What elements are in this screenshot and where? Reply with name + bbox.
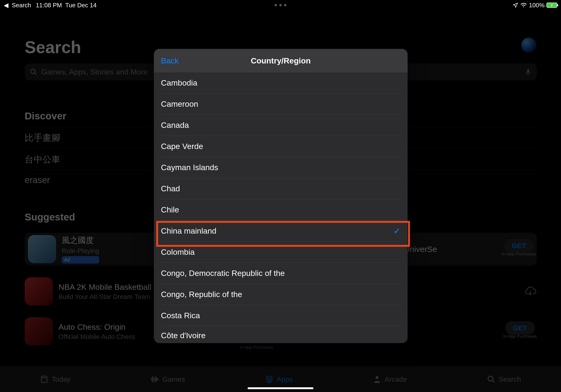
suggested-title: Suggested <box>25 211 75 223</box>
iap-label: In-App Purchases <box>240 345 273 350</box>
app-icon <box>25 277 53 305</box>
country-label: Côte d'Ivoire <box>161 331 205 340</box>
country-item[interactable]: Cambodia <box>161 72 400 94</box>
country-label: China mainland <box>161 226 216 236</box>
back-button[interactable]: Back <box>161 56 179 65</box>
country-item-selected[interactable]: China mainland✓ <box>161 220 400 242</box>
country-label: Cape Verde <box>161 142 203 151</box>
app-subtitle: Build Your All-Star Dream Team <box>58 293 151 301</box>
get-button[interactable]: GET <box>505 321 535 335</box>
country-label: Cayman Islands <box>161 163 218 172</box>
svg-rect-3 <box>41 376 47 382</box>
svg-point-5 <box>376 376 378 379</box>
country-label: Chile <box>161 205 179 214</box>
modal-title: Country/Region <box>251 56 311 65</box>
account-avatar[interactable] <box>521 38 536 53</box>
country-item[interactable]: Cameroon <box>161 94 400 115</box>
svg-point-6 <box>488 376 493 381</box>
home-indicator[interactable] <box>248 387 313 389</box>
country-label: Colombia <box>161 248 195 257</box>
country-label: Canada <box>161 120 189 130</box>
country-item[interactable]: Canada <box>161 115 400 136</box>
iap-label: In-App Purchases <box>502 252 536 257</box>
get-button[interactable]: GET <box>504 239 534 252</box>
page-title: Search <box>25 38 81 57</box>
iap-label: In-App Purchases <box>503 334 537 339</box>
search-icon <box>30 68 37 76</box>
tab-label: Apps <box>277 375 293 383</box>
tab-label: Today <box>52 375 70 383</box>
country-label: Costa Rica <box>161 311 200 320</box>
discover-title: Discover <box>25 110 66 122</box>
app-name: NBA 2K Mobile Basketball <box>58 283 151 292</box>
tab-label: Search <box>499 375 521 383</box>
svg-line-1 <box>34 73 36 75</box>
mic-icon[interactable] <box>525 68 532 76</box>
tab-arcade[interactable]: Arcade <box>373 375 407 383</box>
country-label: Congo, Republic of the <box>161 290 242 299</box>
app-icon <box>25 317 53 346</box>
suggested-app-right[interactable]: UniverSe GET In-App Purchases <box>404 233 536 266</box>
tab-today[interactable]: Today <box>40 375 70 383</box>
tab-label: Arcade <box>385 375 407 383</box>
app-name: Auto Chess: Origin <box>58 322 135 332</box>
country-item[interactable]: Chad <box>161 178 400 199</box>
modal-header: Back Country/Region <box>154 49 408 72</box>
country-region-modal: Back Country/Region Cambodia Cameroon Ca… <box>154 49 408 343</box>
app-subtitle: Role-Playing <box>62 247 99 255</box>
country-item[interactable]: Côte d'Ivoire <box>161 326 400 343</box>
country-item[interactable]: Costa Rica <box>161 305 400 326</box>
tab-apps[interactable]: Apps <box>265 375 293 383</box>
tab-search[interactable]: Search <box>487 375 521 383</box>
country-item[interactable]: Colombia <box>161 242 400 263</box>
country-item[interactable]: Chile <box>161 199 400 220</box>
country-label: Cameroon <box>161 99 198 109</box>
tab-games[interactable]: Games <box>151 375 185 383</box>
tab-label: Games <box>162 375 185 383</box>
svg-point-0 <box>31 69 35 74</box>
country-item[interactable]: Congo, Republic of the <box>161 284 400 305</box>
svg-rect-2 <box>527 69 529 73</box>
country-label: Congo, Democratic Republic of the <box>161 269 285 278</box>
checkmark-icon: ✓ <box>393 226 400 236</box>
ad-badge: Ad <box>62 256 99 263</box>
country-item[interactable]: Cape Verde <box>161 136 400 157</box>
country-item[interactable]: Cayman Islands <box>161 157 400 178</box>
app-icon <box>28 235 56 263</box>
app-name: 風之國度 <box>62 235 99 246</box>
country-list[interactable]: Cambodia Cameroon Canada Cape Verde Caym… <box>154 72 408 343</box>
svg-line-7 <box>492 380 494 382</box>
country-label: Chad <box>161 184 180 193</box>
country-item[interactable]: Congo, Democratic Republic of the <box>161 263 400 284</box>
app-name: UniverSe <box>404 245 437 254</box>
country-label: Cambodia <box>161 78 197 87</box>
app-subtitle: Official Mobile Auto Chess <box>58 333 135 340</box>
cloud-download-icon[interactable] <box>524 286 537 297</box>
